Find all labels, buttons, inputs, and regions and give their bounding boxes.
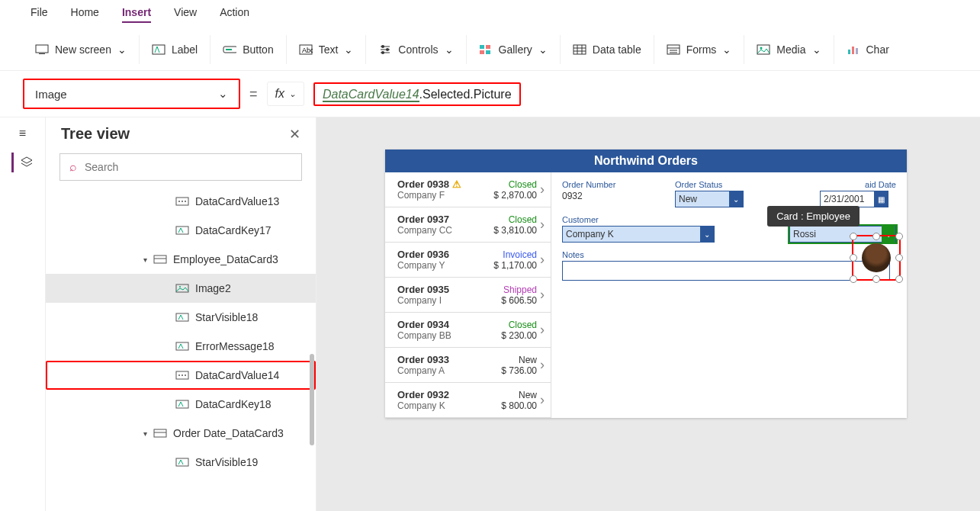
svg-rect-0 <box>36 45 48 53</box>
new-screen-button[interactable]: New screen ⌄ <box>23 35 140 64</box>
order-row[interactable]: Order 0935Company IShipped$ 606.50› <box>385 278 551 313</box>
tree-node[interactable]: ▾Order Date_DataCard3 <box>46 419 316 448</box>
svg-rect-27 <box>176 284 188 292</box>
customer-combo[interactable]: Company K⌄ <box>562 226 715 243</box>
order-row[interactable]: Order 0934Company BBClosed$ 230.00› <box>385 313 551 348</box>
svg-text:Abc: Abc <box>302 47 313 54</box>
layers-icon[interactable] <box>11 153 34 172</box>
customer-label: Customer <box>562 215 715 224</box>
close-icon[interactable]: ✕ <box>289 126 300 143</box>
tree-node[interactable]: Image2 <box>46 274 316 303</box>
fx-button[interactable]: fx⌄ <box>267 82 304 106</box>
chevron-down-icon: ⌄ <box>538 43 548 56</box>
order-status-label: Order Status <box>675 180 744 189</box>
svg-point-22 <box>178 201 180 202</box>
order-row[interactable]: Order 0933Company ANew$ 736.00› <box>385 348 551 383</box>
tree-node[interactable]: DataCardKey17 <box>46 216 316 245</box>
chevron-right-icon: › <box>540 392 545 408</box>
svg-rect-14 <box>574 45 586 54</box>
label-button[interactable]: Label <box>140 35 210 64</box>
chevron-down-icon: ⌄ <box>812 43 821 56</box>
menu-file[interactable]: File <box>31 6 48 23</box>
employee-image-selected[interactable] <box>852 235 901 281</box>
tree-node[interactable]: DataCardValue14 <box>46 361 316 390</box>
tree-node[interactable]: StarVisible18 <box>46 303 316 332</box>
menu-insert[interactable]: Insert <box>122 6 151 23</box>
tree-node[interactable]: DataCardValue13 <box>46 187 316 216</box>
tree-node[interactable]: ErrorMessage18 <box>46 332 316 361</box>
tree-node[interactable]: StarVisible19 <box>46 448 316 477</box>
tree-search[interactable]: ⌕ <box>59 153 302 181</box>
label-icon <box>152 43 165 56</box>
expand-icon[interactable]: ▾ <box>143 429 147 438</box>
scrollbar-thumb[interactable] <box>310 354 314 445</box>
tree-node-label: Order Date_DataCard3 <box>173 427 284 439</box>
forms-icon <box>667 43 680 56</box>
insert-toolbar: New screen ⌄ Label Button Abc Text ⌄ Con… <box>0 29 980 71</box>
svg-point-8 <box>386 48 389 51</box>
expand-icon[interactable]: ▾ <box>143 256 147 264</box>
label-icon <box>175 457 189 468</box>
controls-icon <box>378 43 392 56</box>
svg-rect-13 <box>486 50 490 54</box>
tree-node[interactable]: DataCardKey18 <box>46 390 316 419</box>
gallery-button[interactable]: Gallery ⌄ <box>467 35 561 64</box>
card-icon <box>153 428 167 439</box>
svg-point-28 <box>179 286 181 288</box>
tree-node-label: Employee_DataCard3 <box>173 253 278 265</box>
button-button[interactable]: Button <box>210 35 286 64</box>
order-row[interactable]: Order 0936Company YInvoiced$ 1,170.00› <box>385 243 551 278</box>
paid-date-label: aid Date <box>843 180 896 189</box>
chevron-down-icon: ⌄ <box>117 43 127 56</box>
textbox-icon <box>175 196 189 207</box>
notes-input[interactable] <box>562 261 890 281</box>
controls-button[interactable]: Controls ⌄ <box>366 35 466 64</box>
svg-rect-26 <box>154 256 166 263</box>
chevron-right-icon: › <box>540 322 545 338</box>
charts-button[interactable]: Char <box>834 35 901 64</box>
equals-sign: = <box>249 86 258 102</box>
order-row[interactable]: Order 0938 ⚠Company FClosed$ 2,870.00› <box>385 172 551 207</box>
menu-view[interactable]: View <box>174 6 197 23</box>
canvas: Northwind Orders Order 0938 ⚠Company FCl… <box>316 117 980 511</box>
order-status-combo[interactable]: New⌄ <box>675 191 744 207</box>
formula-input[interactable]: DataCardValue14.Selected.Picture <box>313 82 521 106</box>
svg-point-33 <box>182 374 183 376</box>
tree-node-label: StarVisible19 <box>195 456 258 468</box>
calendar-icon: ▦ <box>874 191 888 207</box>
order-row[interactable]: Order 0937Company CCClosed$ 3,810.00› <box>385 207 551 243</box>
paid-date-picker[interactable]: 2/31/2001▦ <box>820 191 888 207</box>
text-button[interactable]: Abc Text ⌄ <box>287 35 367 64</box>
datatable-button[interactable]: Data table <box>561 35 654 64</box>
tree-node[interactable]: ▾Employee_DataCard3 <box>46 245 316 274</box>
svg-point-23 <box>182 201 183 202</box>
svg-point-24 <box>185 201 186 202</box>
app-preview: Northwind Orders Order 0938 ⚠Company FCl… <box>385 149 907 418</box>
menu-home[interactable]: Home <box>71 6 99 23</box>
media-button[interactable]: Media ⌄ <box>744 35 834 64</box>
media-icon <box>757 43 770 56</box>
svg-point-32 <box>178 374 180 376</box>
forms-button[interactable]: Forms ⌄ <box>654 35 745 64</box>
card-tooltip: Card : Employee <box>767 206 860 227</box>
search-input[interactable] <box>85 161 292 173</box>
gallery-icon <box>479 43 493 56</box>
svg-point-17 <box>760 47 763 50</box>
svg-point-9 <box>381 51 384 54</box>
chevron-right-icon: › <box>540 252 545 268</box>
menu-action[interactable]: Action <box>220 6 249 23</box>
tree-node-label: DataCardValue14 <box>195 369 279 381</box>
svg-rect-16 <box>757 45 770 54</box>
label-icon <box>175 312 189 323</box>
formula-bar: Image ⌄ = fx⌄ DataCardValue14.Selected.P… <box>0 71 980 117</box>
tree-node-label: ErrorMessage18 <box>195 340 275 352</box>
hamburger-icon[interactable]: ≡ <box>19 127 26 140</box>
order-number-value: 0932 <box>562 191 583 201</box>
notes-label: Notes <box>562 250 896 259</box>
property-selector[interactable]: Image ⌄ <box>23 79 240 109</box>
svg-rect-19 <box>852 47 854 54</box>
svg-rect-36 <box>154 429 166 437</box>
chevron-down-icon: ⌄ <box>722 43 731 56</box>
chevron-down-icon: ⌄ <box>344 43 353 56</box>
order-row[interactable]: Order 0932Company KNew$ 800.00› <box>385 383 551 418</box>
